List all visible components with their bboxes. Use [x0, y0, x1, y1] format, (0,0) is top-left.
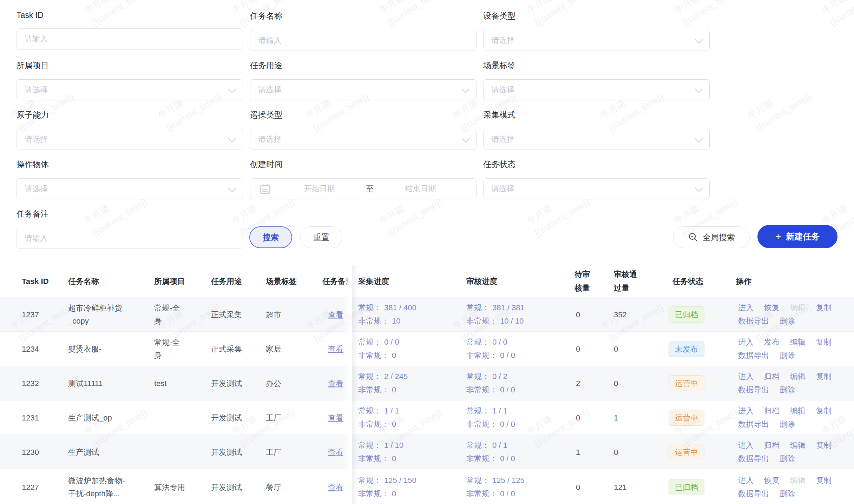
view-remark-link[interactable]: 查看 — [328, 308, 343, 321]
start-date-placeholder[interactable]: 开始日期 — [273, 184, 366, 194]
status-badge-wrap: 运营中 — [669, 410, 704, 426]
field-label: 任务用途 — [250, 60, 477, 71]
view-remark-link[interactable]: 查看 — [328, 377, 343, 390]
field-label: 原子能力 — [17, 110, 243, 120]
view-remark-link[interactable]: 查看 — [328, 342, 343, 355]
action-edit: 编辑 — [790, 301, 806, 314]
table-row: 1227 微波炉加热食物-干扰-depth降... 算法专用 开发测试 餐厅 查… — [0, 469, 854, 504]
status-badge-wrap: 运营中 — [669, 444, 704, 460]
chevron-down-icon — [695, 184, 703, 192]
action-export[interactable]: 数据导出 — [738, 452, 769, 465]
action-export[interactable]: 数据导出 — [738, 487, 769, 500]
action-publish[interactable]: 发布 — [764, 336, 780, 349]
field-label: 采集模式 — [483, 110, 710, 120]
chevron-down-icon — [228, 135, 236, 143]
create-task-button[interactable]: + 新建任务 — [757, 225, 837, 248]
col-task-id: Task ID — [22, 274, 49, 288]
action-archive[interactable]: 归档 — [764, 370, 780, 383]
action-copy[interactable]: 复制 — [816, 474, 832, 487]
task-id-input[interactable] — [17, 28, 243, 49]
action-export[interactable]: 数据导出 — [738, 418, 769, 431]
action-copy[interactable]: 复制 — [816, 336, 832, 349]
chevron-down-icon — [695, 36, 703, 44]
cell-collect-progress: 常规：125 / 150 非常规：0 — [358, 474, 416, 500]
view-remark-link[interactable]: 查看 — [328, 411, 343, 424]
action-delete[interactable]: 删除 — [780, 418, 795, 431]
action-copy[interactable]: 复制 — [816, 370, 832, 383]
cell-review-progress: 常规：125 / 125 非常规：0 / 0 — [466, 474, 525, 500]
action-enter[interactable]: 进入 — [738, 404, 754, 418]
project-select[interactable]: 请选择 — [17, 79, 243, 100]
field-label: 场景标签 — [483, 60, 710, 71]
action-delete[interactable]: 删除 — [780, 314, 795, 328]
cell-actions: 进入归档编辑复制 数据导出删除 — [738, 404, 843, 431]
view-remark-link[interactable]: 查看 — [328, 445, 343, 458]
cell-review-progress: 常规：1 / 1 非常规：0 / 0 — [466, 404, 515, 431]
action-restore[interactable]: 恢复 — [764, 474, 780, 487]
search-icon — [688, 232, 698, 243]
cell-review-progress: 常规：0 / 1 非常规：0 / 0 — [466, 439, 515, 465]
view-remark-link[interactable]: 查看 — [328, 480, 343, 493]
action-restore[interactable]: 恢复 — [764, 301, 780, 314]
filter-project: 所属项目 请选择 — [17, 60, 243, 100]
cell-task-name: 熨烫衣服- — [68, 342, 131, 355]
date-range-picker[interactable]: 开始日期 至 结束日期 — [250, 178, 477, 199]
cell-approved: 0 — [614, 377, 618, 390]
end-date-placeholder[interactable]: 结束日期 — [374, 184, 467, 194]
table-row: 1230 生产测试 开发测试 工厂 查看 常规：1 / 10 非常规：0 常规：… — [0, 435, 854, 469]
field-label: 遥操类型 — [250, 110, 477, 120]
scene-tag-select[interactable]: 请选择 — [483, 79, 710, 100]
action-enter[interactable]: 进入 — [738, 336, 754, 349]
action-copy[interactable]: 复制 — [816, 301, 832, 314]
action-export[interactable]: 数据导出 — [738, 349, 769, 362]
object-select[interactable]: 请选择 — [17, 178, 243, 199]
col-project: 所属项目 — [154, 274, 185, 288]
cell-project: 算法专用 — [154, 480, 186, 493]
action-edit: 编辑 — [790, 474, 806, 487]
status-badge: 已归档 — [669, 306, 704, 323]
action-archive[interactable]: 归档 — [764, 404, 780, 418]
filter-collect-mode: 采集模式 请选择 — [483, 110, 710, 150]
purpose-select[interactable]: 请选择 — [250, 79, 477, 100]
task-status-select[interactable]: 请选择 — [483, 178, 710, 199]
task-name-input[interactable] — [250, 30, 477, 51]
action-edit[interactable]: 编辑 — [790, 370, 806, 383]
teleop-type-select[interactable]: 请选择 — [250, 129, 477, 150]
action-edit[interactable]: 编辑 — [790, 439, 806, 452]
action-enter[interactable]: 进入 — [738, 370, 754, 383]
action-edit[interactable]: 编辑 — [790, 336, 806, 349]
col-review-progress: 审核进度 — [466, 274, 497, 288]
table-row: 1234 熨烫衣服- 常规-全身 正式采集 家居 查看 常规：0 / 0 非常规… — [0, 332, 854, 366]
action-delete[interactable]: 删除 — [780, 487, 795, 500]
action-copy[interactable]: 复制 — [816, 439, 832, 452]
action-delete[interactable]: 删除 — [780, 452, 795, 465]
action-export[interactable]: 数据导出 — [738, 314, 769, 328]
action-delete[interactable]: 删除 — [780, 349, 795, 362]
reset-button[interactable]: 重置 — [300, 226, 342, 248]
action-export[interactable]: 数据导出 — [738, 383, 769, 397]
action-copy[interactable]: 复制 — [816, 404, 832, 418]
cell-task-id: 1234 — [22, 342, 39, 355]
task-remark-input[interactable] — [17, 228, 243, 249]
cell-actions: 进入恢复编辑复制 数据导出删除 — [738, 301, 843, 328]
cell-task-name: 测试11111 — [68, 377, 131, 390]
cell-approved: 121 — [614, 480, 627, 493]
cell-approved: 352 — [614, 308, 627, 321]
action-enter[interactable]: 进入 — [738, 439, 754, 452]
action-enter[interactable]: 进入 — [738, 301, 754, 314]
atomic-ability-select[interactable]: 请选择 — [17, 129, 243, 150]
table-row: 1231 生产测试_op 开发测试 工厂 查看 常规：1 / 1 非常规：0 常… — [0, 400, 854, 435]
global-search-button[interactable]: 全局搜索 — [673, 226, 750, 248]
action-edit[interactable]: 编辑 — [790, 404, 806, 418]
action-enter[interactable]: 进入 — [738, 474, 754, 487]
collect-mode-select[interactable]: 请选择 — [483, 129, 710, 150]
cell-purpose: 正式采集 — [211, 308, 242, 321]
action-delete[interactable]: 删除 — [780, 383, 795, 397]
col-task-name: 任务名称 — [68, 274, 99, 288]
action-archive[interactable]: 归档 — [764, 439, 780, 452]
device-type-select[interactable]: 请选择 — [483, 30, 710, 51]
chevron-down-icon — [462, 85, 470, 93]
col-approved: 审核通过量 — [614, 267, 638, 295]
cell-approved: 0 — [614, 445, 618, 458]
search-button[interactable]: 搜索 — [249, 226, 292, 248]
